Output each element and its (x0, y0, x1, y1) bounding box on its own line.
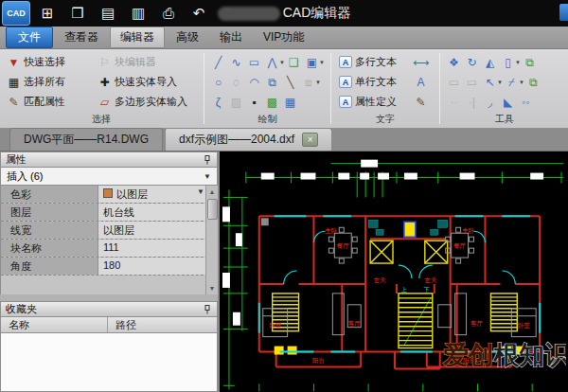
quick-select-button[interactable]: ▼快速选择 (4, 52, 95, 72)
attribute-define-button[interactable]: A属性定义 (336, 92, 414, 112)
mtext-icon: A (339, 56, 352, 68)
group-label-text: 文字 (336, 112, 435, 128)
grip-marker (261, 218, 269, 225)
wipeout-icon[interactable]: ⧉ (263, 73, 281, 91)
stretch-icon[interactable]: ·| (463, 93, 481, 111)
room-label: 玄关 (374, 276, 386, 284)
entity-selector-dropdown[interactable]: 插入 (6) ▼ (0, 168, 218, 186)
move-icon[interactable]: ❖ (445, 53, 463, 71)
arc-icon[interactable]: ◠ (245, 73, 263, 91)
polygon-entity-input-button[interactable]: ▱多边形实体输入 (95, 92, 190, 112)
panel-divider (0, 294, 218, 301)
new-file-icon[interactable]: ⊞ (35, 2, 60, 25)
undo-icon[interactable]: ↶ (186, 2, 211, 25)
chevron-down-icon: ▼ (204, 172, 211, 181)
table-icon[interactable]: ▦ (281, 93, 299, 111)
fillet-icon[interactable]: ◞ (481, 93, 499, 111)
favorites-list[interactable] (0, 333, 218, 392)
circle-icon[interactable]: ○ (209, 73, 227, 91)
spline-icon[interactable]: ζ (209, 93, 227, 111)
chevron-down-icon[interactable]: ▼ (197, 187, 204, 196)
mtext-button[interactable]: A多行文本 (336, 52, 414, 72)
paste-icon[interactable]: ▭ (445, 73, 463, 91)
polygon-icon: ▱ (98, 96, 112, 109)
ribbon-group-select: ▼快速选择 ▦选择所有 ✎匹配属性 ⚐块编辑器 ✚快速实体导入 ▱多边形实体输入… (0, 49, 203, 128)
scroll-down-icon[interactable]: ▼ (209, 282, 216, 294)
room-label: 阳台 (312, 357, 325, 365)
favorites-column-headers: 名称 路径 (0, 317, 218, 333)
single-text-button[interactable]: A单行文本 (336, 72, 414, 92)
property-row-lineweight[interactable]: 线宽 以图层 (1, 222, 218, 240)
scroll-up-icon[interactable]: ▲ (209, 186, 216, 198)
save-as-icon[interactable]: ▥ (126, 2, 151, 25)
image-icon[interactable]: ▩ (263, 93, 281, 111)
copy-icon[interactable]: ⧉ (521, 53, 539, 71)
ribbon: ▼快速选择 ▦选择所有 ✎匹配属性 ⚐块编辑器 ✚快速实体导入 ▱多边形实体输入… (0, 49, 568, 129)
app-logo[interactable]: CAD (2, 1, 30, 26)
block-editor-button[interactable]: ⚐块编辑器 (95, 52, 190, 72)
array-icon[interactable]: ⧉ (524, 73, 542, 91)
column-header-name[interactable]: 名称 (1, 317, 108, 332)
floor-plan-drawing: 主卧 主卧 餐厅 餐厅 玄关 玄关 客厅 客厅 卧室 卧室 阳台 阳台 上 下 … (220, 151, 566, 392)
ellipse-icon[interactable]: ◌ (227, 73, 245, 91)
column-header-path[interactable]: 路径 (108, 317, 136, 332)
single-text-icon: A (339, 76, 352, 88)
stair-up-label: 上 (400, 287, 407, 293)
block-insert-icon[interactable]: ❑ (285, 53, 303, 71)
brush-icon: ✎ (7, 96, 21, 109)
hatch-icon[interactable]: ▨ (227, 93, 245, 111)
group-label-select: 选择 (4, 112, 199, 128)
property-row-angle[interactable]: 角度 180 (1, 258, 218, 276)
pin-icon[interactable] (203, 304, 212, 314)
menu-tab-editor[interactable]: 编辑器 (110, 27, 165, 48)
menubar: 文件 查看器 编辑器 高级 输出 VIP功能 (0, 27, 568, 49)
save-icon[interactable]: ▤ (96, 2, 120, 25)
stairs-elevators (273, 241, 518, 347)
rotate-icon[interactable]: ↻ (463, 53, 481, 71)
titlebar: CAD ⊞ ❒ ▤ ▥ ⎙ ↶ ↷ CAD编辑器 (0, 0, 568, 27)
group-circles-icon[interactable]: ◦◦ (517, 93, 535, 111)
dimension-style-icon[interactable]: ⟷ (414, 53, 428, 71)
property-row-blockname[interactable]: 块名称 111 (1, 240, 218, 258)
scroll-thumb[interactable] (207, 199, 218, 220)
redo-icon[interactable]: ↷ (217, 2, 241, 25)
chamfer-icon[interactable]: ◣ (499, 93, 517, 111)
polyline-icon[interactable]: ∿ (227, 53, 245, 71)
doc-tab-dxf[interactable]: dxf示例图——2004.dxf × (165, 128, 332, 151)
block-editor-icon: ⚐ (98, 56, 112, 69)
point-icon[interactable]: ▪ (245, 93, 263, 111)
pin-icon[interactable] (203, 154, 212, 165)
open-file-icon[interactable]: ❒ (65, 2, 90, 25)
text-style-icon[interactable]: A (414, 73, 428, 91)
print-icon[interactable]: ⎙ (156, 2, 181, 25)
window-control-chip[interactable] (559, 4, 568, 21)
stair-down-label: 下 (424, 287, 430, 293)
line-icon[interactable]: ╱ (209, 53, 227, 71)
quick-entity-import-button[interactable]: ✚快速实体导入 (95, 72, 190, 92)
property-row-layer[interactable]: 图层 机台线 (1, 204, 218, 222)
property-row-color[interactable]: 色彩 以图层▼ (1, 186, 218, 204)
drawing-canvas[interactable]: 主卧 主卧 餐厅 餐厅 玄关 玄关 客厅 客厅 卧室 卧室 阳台 阳台 上 下 … (220, 151, 566, 392)
edit-text-icon[interactable]: ✎ (414, 93, 428, 111)
menu-tab-file[interactable]: 文件 (6, 27, 53, 48)
paste-special-icon[interactable]: ▭ (463, 73, 481, 91)
dropdown-arrow[interactable]: ▼ (315, 80, 321, 85)
dropdown-arrow[interactable]: ▼ (319, 60, 325, 65)
offset-icon[interactable]: ·· (445, 93, 463, 111)
menu-tab-vip[interactable]: VIP功能 (254, 27, 313, 47)
room-label: 卧室 (518, 322, 530, 329)
room-label: 客厅 (470, 320, 483, 328)
select-all-button[interactable]: ▦选择所有 (4, 72, 95, 92)
menu-tab-advanced[interactable]: 高级 (167, 27, 208, 47)
rectangle-icon[interactable]: ▭ (245, 53, 263, 71)
ribbon-separator (204, 53, 204, 124)
menu-tab-output[interactable]: 输出 (210, 27, 252, 47)
thick-line-icon[interactable]: ╲ (281, 73, 299, 91)
doc-tab-dwg[interactable]: DWG平面——R14.DWG (9, 128, 163, 151)
room-label: 玄关 (424, 276, 436, 284)
properties-scrollbar[interactable]: ▲ ▼ (205, 186, 218, 294)
match-properties-button[interactable]: ✎匹配属性 (4, 92, 95, 112)
close-tab-icon[interactable]: × (302, 133, 318, 147)
menu-tab-viewer[interactable]: 查看器 (55, 27, 108, 47)
mirror-icon[interactable]: ◭ (481, 53, 499, 71)
